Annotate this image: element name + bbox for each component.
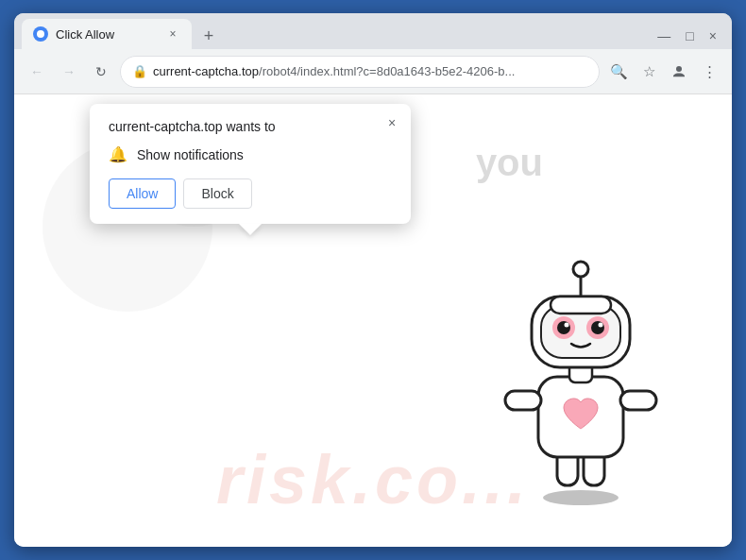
tab-bar: Click Allow × + — □ ×: [14, 13, 732, 49]
nav-icons: 🔍 ☆ ⋮: [605, 59, 722, 85]
dialog-close-button[interactable]: ×: [382, 113, 401, 132]
lock-icon: 🔒: [132, 64, 147, 78]
robot-illustration: [486, 245, 675, 509]
url-display: current-captcha.top/robot4/index.html?c=…: [153, 64, 587, 78]
svg-point-14: [565, 323, 569, 328]
profile-icon-button[interactable]: [666, 59, 692, 85]
minimize-button[interactable]: —: [657, 28, 670, 43]
you-text: you: [476, 142, 543, 184]
close-button[interactable]: ×: [709, 28, 717, 43]
browser-window: Click Allow × + — □ × ← → ↻ 🔒 current-ca…: [14, 13, 732, 547]
svg-point-15: [599, 323, 603, 328]
search-icon-button[interactable]: 🔍: [605, 59, 632, 85]
navigation-bar: ← → ↻ 🔒 current-captcha.top/robot4/index…: [14, 49, 732, 94]
svg-point-11: [557, 321, 570, 334]
bell-icon: 🔔: [109, 145, 127, 163]
svg-rect-18: [551, 297, 611, 314]
svg-point-13: [591, 321, 604, 334]
svg-point-17: [573, 262, 588, 277]
menu-icon-button[interactable]: ⋮: [696, 59, 722, 85]
maximize-button[interactable]: □: [686, 28, 693, 43]
svg-point-1: [543, 490, 619, 505]
back-button[interactable]: ←: [24, 59, 50, 85]
svg-rect-5: [505, 391, 541, 410]
allow-button[interactable]: Allow: [109, 178, 176, 209]
active-tab[interactable]: Click Allow ×: [22, 19, 192, 49]
window-controls: — □ ×: [657, 28, 724, 49]
dialog-header: current-captcha.top wants to: [109, 119, 392, 134]
page-content: you risk.co...: [14, 94, 732, 547]
forward-button[interactable]: →: [56, 59, 82, 85]
permission-dialog: × current-captcha.top wants to 🔔 Show no…: [90, 104, 411, 224]
block-button[interactable]: Block: [183, 178, 251, 209]
permission-row: 🔔 Show notifications: [109, 145, 392, 163]
url-path: /robot4/index.html?c=8d0a1643-b5e2-4206-…: [259, 64, 515, 78]
new-tab-button[interactable]: +: [195, 23, 222, 49]
reload-button[interactable]: ↻: [88, 59, 114, 85]
svg-point-0: [676, 66, 682, 72]
dialog-buttons: Allow Block: [109, 178, 392, 209]
svg-rect-6: [620, 391, 656, 410]
tab-title: Click Allow: [56, 27, 158, 42]
permission-label: Show notifications: [137, 147, 244, 162]
tab-close-button[interactable]: ×: [165, 26, 180, 42]
url-host: current-captcha.top: [153, 64, 259, 78]
tab-favicon: [33, 26, 48, 42]
address-bar[interactable]: 🔒 current-captcha.top/robot4/index.html?…: [120, 56, 600, 88]
bookmark-icon-button[interactable]: ☆: [636, 59, 662, 85]
